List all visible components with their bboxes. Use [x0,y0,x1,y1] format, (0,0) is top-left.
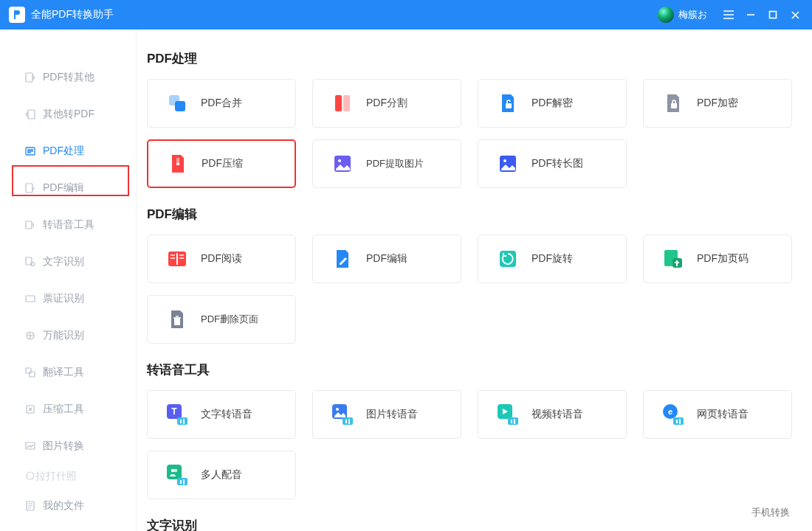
sidebar-item-translate[interactable]: 翻译工具 [0,354,137,391]
web-tts-icon: e [663,404,684,425]
svg-point-35 [174,469,177,472]
username[interactable]: 梅簇お [678,8,707,21]
card-pdf-add-page-number[interactable]: PDF加页码 [643,235,792,283]
universal-icon [25,330,35,341]
sidebar-item-pdf-process[interactable]: PDF处理 [0,133,137,170]
page-number-icon [663,249,684,269]
avatar[interactable] [658,7,674,23]
card-pdf-encrypt[interactable]: PDF加密 [643,79,792,128]
svg-point-24 [338,159,341,162]
svg-rect-28 [176,253,178,265]
card-web-tts[interactable]: e 网页转语音 [643,390,792,439]
close-icon[interactable] [784,0,806,30]
sidebar-item-label: 万能识别 [43,329,84,342]
card-pdf-delete-page[interactable]: PDF删除页面 [147,295,296,344]
svg-rect-17 [175,101,185,111]
sidebar-item-ticket-ocr[interactable]: 票证识别 [0,280,137,317]
card-pdf-extract-image[interactable]: PDF提取图片 [312,139,461,188]
sidebar-item-label: 拉打什照 [35,470,77,483]
decrypt-icon [498,93,518,114]
card-pdf-read[interactable]: PDF阅读 [147,235,296,283]
card-text-tts[interactable]: T 文字转语音 [147,390,296,439]
extract-image-icon [332,153,353,174]
read-icon [167,249,187,269]
svg-point-26 [503,159,506,162]
card-pdf-decrypt[interactable]: PDF解密 [478,79,627,128]
rotate-icon [498,249,518,269]
encrypt-icon [663,93,684,114]
card-multi-dub[interactable]: 多人配音 [147,451,296,499]
svg-point-34 [171,469,174,472]
svg-point-14 [27,472,34,479]
sidebar-item-my-files[interactable]: 我的文件 [0,491,137,521]
to-pdf-icon [25,109,35,119]
card-label: PDF合并 [201,97,242,110]
merge-icon [167,93,187,114]
card-label: PDF转长图 [531,157,583,170]
svg-rect-20 [506,103,512,108]
menu-icon[interactable] [718,0,740,30]
sidebar-item-label: 我的文件 [43,499,84,513]
pdf-convert-icon [25,72,35,83]
card-label: 文字转语音 [201,408,252,421]
card-label: PDF加密 [697,97,738,110]
card-pdf-edit[interactable]: PDF编辑 [312,235,461,283]
section-title-ocr: 文字识别 [147,517,793,531]
titlebar: 全能PDF转换助手 梅簇お [0,0,812,30]
card-pdf-merge[interactable]: PDF合并 [147,79,296,128]
sidebar-item-compress[interactable]: 压缩工具 [0,391,137,428]
sidebar-item-tts[interactable]: 转语音工具 [0,206,137,243]
minimize-icon[interactable] [740,0,762,30]
files-icon [25,501,35,511]
svg-point-33 [336,408,339,411]
sidebar-item-image-convert[interactable]: 图片转换 [0,428,137,465]
long-image-icon [498,153,518,174]
sidebar-item-label: PDF处理 [43,145,84,158]
card-label: 网页转语音 [697,408,749,421]
phone-convert-link[interactable]: 手机转换 [751,506,790,519]
multi-dub-icon [167,465,187,485]
card-label: 视频转语音 [531,408,583,421]
card-label: PDF分割 [366,97,407,110]
svg-rect-2 [28,110,35,119]
sidebar-item-other-to-pdf[interactable]: 其他转PDF [0,96,137,133]
sidebar-item-pdf-edit[interactable]: PDF编辑 [0,170,137,206]
image-convert-icon [25,441,35,451]
card-pdf-split[interactable]: PDF分割 [312,79,461,128]
card-label: PDF删除页面 [201,313,258,326]
svg-rect-4 [26,184,32,192]
edit-icon [332,249,353,269]
sidebar-item-label: 压缩工具 [43,403,84,416]
svg-rect-32 [174,318,180,325]
card-label: 多人配音 [201,468,242,482]
section-title-pdf-process: PDF处理 [147,50,793,67]
maximize-icon[interactable] [762,0,784,30]
card-label: PDF编辑 [366,252,407,266]
card-label: PDF加页码 [697,252,749,266]
sidebar-item-label: PDF编辑 [43,181,84,195]
sidebar-item-label: 其他转PDF [43,108,94,121]
sidebar-item-ocr[interactable]: 文字识别 [0,243,137,280]
svg-point-7 [31,263,35,266]
app-logo-icon [9,7,25,23]
compress-file-icon [168,153,188,174]
sidebar-item-pdf-to-other[interactable]: PDF转其他 [0,59,137,96]
svg-rect-19 [343,95,350,111]
sidebar-item-truncated[interactable]: 拉打什照 [0,462,137,491]
svg-rect-11 [30,372,35,377]
card-image-tts[interactable]: 图片转语音 [312,390,461,439]
tts-icon [25,220,35,230]
card-pdf-to-long-image[interactable]: PDF转长图 [478,139,627,188]
section-title-tts: 转语音工具 [147,361,793,378]
section-title-pdf-edit: PDF编辑 [147,206,793,223]
sidebar-item-label: 文字识别 [43,255,84,268]
card-video-tts[interactable]: 视频转语音 [478,390,627,439]
card-pdf-rotate[interactable]: PDF旋转 [478,235,627,283]
card-label: PDF提取图片 [366,157,424,170]
card-label: 图片转语音 [366,408,418,421]
sidebar-item-universal-ocr[interactable]: 万能识别 [0,317,137,354]
sidebar: PDF转其他 其他转PDF PDF处理 PDF编辑 转语音工具 文字识别 票证识… [0,30,137,531]
card-label: PDF阅读 [201,252,242,266]
ocr-icon [25,257,35,267]
card-pdf-compress[interactable]: PDF压缩 [147,139,296,188]
